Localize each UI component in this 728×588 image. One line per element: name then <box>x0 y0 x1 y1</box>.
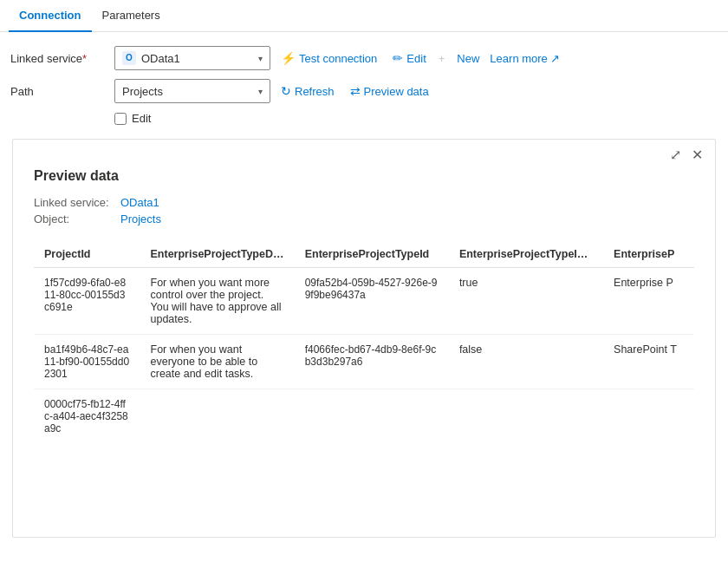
close-icon: ✕ <box>692 147 703 162</box>
table-cell: ba1f49b6-48c7-ea11-bf90-00155dd02301 <box>34 335 140 389</box>
new-button[interactable]: New <box>452 49 484 69</box>
tab-parameters[interactable]: Parameters <box>92 0 171 32</box>
edit-checkbox-row: Edit <box>114 112 718 125</box>
table-cell: 0000cf75-fb12-4ffc-a404-aec4f3258a9c <box>34 389 140 444</box>
table-header: ProjectId EnterpriseProjectTypeDescripti… <box>34 241 694 268</box>
linked-service-row: Linked service* O OData1 ▾ ⚡ Test connec… <box>10 46 718 70</box>
col-header-projectid: ProjectId <box>34 241 140 268</box>
preview-icon: ⇄ <box>350 84 361 98</box>
edit-checkbox[interactable] <box>114 113 127 125</box>
meta-object-key: Object: <box>34 212 120 225</box>
preview-table: ProjectId EnterpriseProjectTypeDescripti… <box>34 241 694 443</box>
table-header-row: ProjectId EnterpriseProjectTypeDescripti… <box>34 241 694 268</box>
meta-linked-service-key: Linked service: <box>34 196 120 209</box>
meta-linked-service-row: Linked service: OData1 <box>34 196 694 209</box>
meta-linked-service-value: OData1 <box>120 196 159 209</box>
table-cell <box>603 389 694 444</box>
col-header-enterprise: EnterpriseP <box>603 241 694 268</box>
meta-object-row: Object: Projects <box>34 212 694 225</box>
preview-data-button[interactable]: ⇄ Preview data <box>345 81 434 101</box>
col-header-isdefault: EnterpriseProjectTypeIsDefault <box>449 241 603 268</box>
linked-service-icon: O <box>122 51 136 65</box>
learn-more-link[interactable]: Learn more ↗ <box>490 52 559 65</box>
dropdown-arrow-icon: ▾ <box>258 54 263 63</box>
col-header-typeid: EnterpriseProjectTypeId <box>295 241 449 268</box>
table-row: 0000cf75-fb12-4ffc-a404-aec4f3258a9c <box>34 389 694 444</box>
table-cell: For when you want everyone to be able to… <box>140 335 295 389</box>
meta-object-value: Projects <box>120 212 161 225</box>
table-cell <box>140 389 295 444</box>
preview-panel: ⤢ ✕ Preview data Linked service: OData1 … <box>12 139 716 538</box>
separator: + <box>437 52 447 65</box>
path-controls: Projects ▾ ↻ Refresh ⇄ Preview data <box>114 79 718 103</box>
table-cell <box>295 389 449 444</box>
test-connection-icon: ⚡ <box>281 51 296 65</box>
table-cell: For when you want more control over the … <box>140 268 295 335</box>
preview-panel-header: ⤢ ✕ <box>13 140 715 165</box>
edit-pencil-icon: ✏ <box>393 51 403 65</box>
path-row: Path Projects ▾ ↻ Refresh ⇄ Preview data <box>10 79 718 103</box>
col-header-desc: EnterpriseProjectTypeDescription <box>140 241 295 268</box>
table-cell: false <box>449 335 603 389</box>
tab-connection[interactable]: Connection <box>9 0 92 32</box>
test-connection-button[interactable]: ⚡ Test connection <box>276 48 382 69</box>
path-dropdown[interactable]: Projects ▾ <box>114 79 270 103</box>
table-row: 1f57cd99-6fa0-e811-80cc-00155d3c691eFor … <box>34 268 694 335</box>
edit-button[interactable]: ✏ Edit <box>387 48 431 69</box>
preview-content: Preview data Linked service: OData1 Obje… <box>13 165 715 461</box>
table-cell: 1f57cd99-6fa0-e811-80cc-00155d3c691e <box>34 268 140 335</box>
path-label: Path <box>10 85 114 98</box>
table-cell: 09fa52b4-059b-4527-926e-99f9be96437a <box>295 268 449 335</box>
form-area: Linked service* O OData1 ▾ ⚡ Test connec… <box>0 32 728 132</box>
edit-checkbox-label: Edit <box>132 112 151 125</box>
preview-title: Preview data <box>34 168 694 184</box>
linked-service-label: Linked service* <box>10 52 114 65</box>
table-cell <box>449 389 603 444</box>
table-body: 1f57cd99-6fa0-e811-80cc-00155d3c691eFor … <box>34 268 694 444</box>
maximize-button[interactable]: ⤢ <box>665 145 686 165</box>
maximize-icon: ⤢ <box>670 147 681 162</box>
table-cell: Enterprise P <box>603 268 694 335</box>
path-dropdown-arrow-icon: ▾ <box>258 87 263 96</box>
table-cell: SharePoint T <box>603 335 694 389</box>
table-row: ba1f49b6-48c7-ea11-bf90-00155dd02301For … <box>34 335 694 389</box>
refresh-button[interactable]: ↻ Refresh <box>276 81 340 101</box>
linked-service-controls: O OData1 ▾ ⚡ Test connection ✏ Edit + Ne… <box>114 46 718 70</box>
tab-bar: Connection Parameters <box>0 0 728 32</box>
table-cell: f4066fec-bd67-4db9-8e6f-9cb3d3b297a6 <box>295 335 449 389</box>
close-panel-button[interactable]: ✕ <box>686 145 708 165</box>
table-cell: true <box>449 268 603 335</box>
refresh-icon: ↻ <box>281 84 291 98</box>
external-link-icon: ↗ <box>550 52 560 65</box>
linked-service-dropdown[interactable]: O OData1 ▾ <box>114 46 270 70</box>
